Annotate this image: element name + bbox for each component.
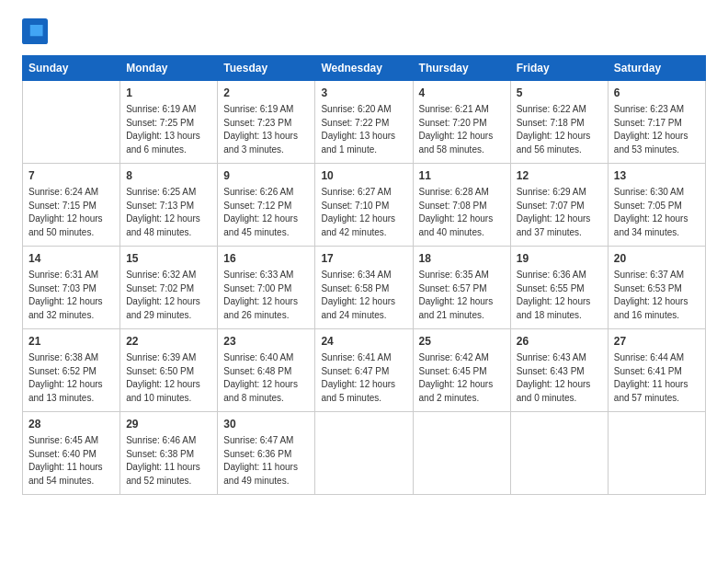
cell-info-line: and 29 minutes. <box>126 309 211 323</box>
cell-info-line: Daylight: 13 hours <box>223 130 309 144</box>
cell-info-line: Sunrise: 6:25 AM <box>126 186 211 200</box>
weekday-header-wednesday: Wednesday <box>315 56 413 81</box>
calendar-cell <box>510 412 608 495</box>
calendar-week-row: 21Sunrise: 6:38 AMSunset: 6:52 PMDayligh… <box>23 329 706 412</box>
cell-info-line: and 45 minutes. <box>223 226 309 240</box>
cell-info-line: Daylight: 12 hours <box>28 378 114 392</box>
cell-info-line: and 24 minutes. <box>321 309 406 323</box>
calendar-cell: 28Sunrise: 6:45 AMSunset: 6:40 PMDayligh… <box>23 412 120 495</box>
calendar-cell: 13Sunrise: 6:30 AMSunset: 7:05 PMDayligh… <box>608 164 705 247</box>
cell-info-line: Daylight: 12 hours <box>517 378 602 392</box>
cell-info-line: Sunrise: 6:20 AM <box>321 103 406 117</box>
calendar-cell: 11Sunrise: 6:28 AMSunset: 7:08 PMDayligh… <box>413 164 510 247</box>
calendar-cell: 24Sunrise: 6:41 AMSunset: 6:47 PMDayligh… <box>315 329 413 412</box>
cell-info-line: Sunrise: 6:32 AM <box>126 269 211 282</box>
cell-info-line: and 48 minutes. <box>126 226 211 240</box>
cell-info-line: and 3 minutes. <box>223 144 309 157</box>
calendar-cell: 10Sunrise: 6:27 AMSunset: 7:10 PMDayligh… <box>315 164 413 247</box>
cell-info-line: Sunset: 7:18 PM <box>517 117 602 131</box>
day-number: 24 <box>321 334 406 350</box>
cell-info-line: Sunset: 7:15 PM <box>28 200 114 213</box>
logo-icon <box>22 18 48 44</box>
cell-info-line: Sunrise: 6:34 AM <box>321 269 406 282</box>
cell-info-line: Sunrise: 6:27 AM <box>321 186 406 200</box>
cell-info-line: Sunset: 6:57 PM <box>419 282 505 296</box>
cell-info-line: Sunset: 7:20 PM <box>419 117 505 131</box>
calendar-week-row: 28Sunrise: 6:45 AMSunset: 6:40 PMDayligh… <box>23 412 706 495</box>
cell-info-line: Daylight: 12 hours <box>321 213 406 226</box>
cell-info-line: and 18 minutes. <box>517 309 602 323</box>
day-number: 3 <box>321 86 406 101</box>
calendar-cell: 7Sunrise: 6:24 AMSunset: 7:15 PMDaylight… <box>23 164 120 247</box>
cell-info-line: Sunset: 6:45 PM <box>419 365 505 379</box>
cell-info-line: Daylight: 12 hours <box>126 213 211 226</box>
calendar-cell: 21Sunrise: 6:38 AMSunset: 6:52 PMDayligh… <box>23 329 120 412</box>
cell-info-line: and 49 minutes. <box>223 475 309 488</box>
day-number: 29 <box>126 417 211 432</box>
calendar-week-row: 7Sunrise: 6:24 AMSunset: 7:15 PMDaylight… <box>23 164 706 247</box>
day-number: 16 <box>223 251 309 267</box>
day-number: 11 <box>419 168 505 184</box>
calendar-cell: 25Sunrise: 6:42 AMSunset: 6:45 PMDayligh… <box>413 329 510 412</box>
cell-info-line: Daylight: 11 hours <box>28 461 114 475</box>
day-number: 18 <box>419 251 505 267</box>
cell-info-line: Daylight: 12 hours <box>419 295 505 309</box>
cell-info-line: Sunrise: 6:19 AM <box>223 103 309 117</box>
weekday-header-monday: Monday <box>120 56 218 81</box>
calendar-week-row: 14Sunrise: 6:31 AMSunset: 7:03 PMDayligh… <box>23 247 706 329</box>
cell-info-line: Sunset: 7:02 PM <box>126 282 211 296</box>
day-number: 19 <box>517 251 602 267</box>
svg-marker-1 <box>30 25 43 36</box>
cell-info-line: Sunrise: 6:39 AM <box>126 351 211 365</box>
cell-info-line: Daylight: 11 hours <box>126 461 211 475</box>
cell-info-line: Sunrise: 6:41 AM <box>321 351 406 365</box>
cell-info-line: Sunrise: 6:40 AM <box>223 351 309 365</box>
cell-info-line: Daylight: 13 hours <box>126 130 211 144</box>
calendar-cell: 23Sunrise: 6:40 AMSunset: 6:48 PMDayligh… <box>218 329 315 412</box>
cell-info-line: Daylight: 12 hours <box>126 295 211 309</box>
day-number: 1 <box>126 86 211 101</box>
calendar-cell: 20Sunrise: 6:37 AMSunset: 6:53 PMDayligh… <box>608 247 705 329</box>
weekday-header-tuesday: Tuesday <box>218 56 315 81</box>
cell-info-line: Sunset: 7:25 PM <box>126 117 211 131</box>
cell-info-line: Sunset: 6:52 PM <box>28 365 114 379</box>
cell-info-line: and 37 minutes. <box>517 226 602 240</box>
cell-info-line: Sunrise: 6:47 AM <box>223 434 309 448</box>
cell-info-line: Sunset: 7:17 PM <box>614 117 700 131</box>
day-number: 27 <box>614 334 700 350</box>
cell-info-line: Daylight: 12 hours <box>614 295 700 309</box>
day-number: 30 <box>223 417 309 432</box>
day-number: 13 <box>614 168 700 184</box>
calendar-cell: 16Sunrise: 6:33 AMSunset: 7:00 PMDayligh… <box>218 247 315 329</box>
day-number: 15 <box>126 251 211 267</box>
cell-info-line: Sunrise: 6:23 AM <box>614 103 700 117</box>
cell-info-line: Daylight: 12 hours <box>517 213 602 226</box>
cell-info-line: and 34 minutes. <box>614 226 700 240</box>
day-number: 25 <box>419 334 505 350</box>
day-number: 8 <box>126 168 211 184</box>
calendar-cell: 29Sunrise: 6:46 AMSunset: 6:38 PMDayligh… <box>120 412 218 495</box>
cell-info-line: Sunset: 7:22 PM <box>321 117 406 131</box>
cell-info-line: Sunrise: 6:31 AM <box>28 269 114 282</box>
day-number: 17 <box>321 251 406 267</box>
weekday-header-row: SundayMondayTuesdayWednesdayThursdayFrid… <box>23 56 706 81</box>
calendar-cell: 4Sunrise: 6:21 AMSunset: 7:20 PMDaylight… <box>413 81 510 164</box>
cell-info-line: Sunset: 7:13 PM <box>126 200 211 213</box>
cell-info-line: and 58 minutes. <box>419 144 505 157</box>
cell-info-line: and 5 minutes. <box>321 392 406 406</box>
header <box>22 18 706 44</box>
cell-info-line: and 16 minutes. <box>614 309 700 323</box>
calendar-cell: 15Sunrise: 6:32 AMSunset: 7:02 PMDayligh… <box>120 247 218 329</box>
weekday-header-thursday: Thursday <box>413 56 510 81</box>
cell-info-line: Sunrise: 6:28 AM <box>419 186 505 200</box>
cell-info-line: Daylight: 11 hours <box>223 461 309 475</box>
cell-info-line: Sunset: 7:12 PM <box>223 200 309 213</box>
cell-info-line: and 52 minutes. <box>126 475 211 488</box>
calendar-week-row: 1Sunrise: 6:19 AMSunset: 7:25 PMDaylight… <box>23 81 706 164</box>
cell-info-line: Sunset: 7:07 PM <box>517 200 602 213</box>
day-number: 20 <box>614 251 700 267</box>
day-number: 10 <box>321 168 406 184</box>
cell-info-line: Daylight: 12 hours <box>419 378 505 392</box>
calendar-cell: 26Sunrise: 6:43 AMSunset: 6:43 PMDayligh… <box>510 329 608 412</box>
cell-info-line: Sunset: 6:40 PM <box>28 448 114 462</box>
